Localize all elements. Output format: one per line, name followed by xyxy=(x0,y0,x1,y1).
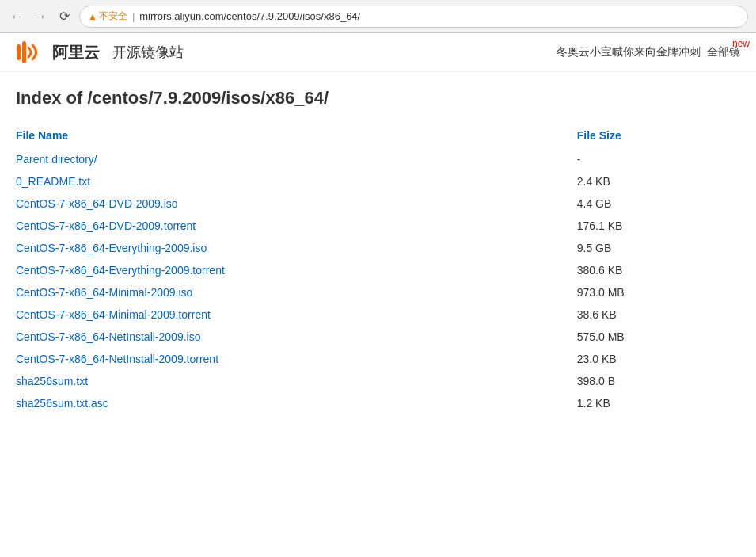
table-row: CentOS-7-x86_64-Minimal-2009.iso973.0 MB xyxy=(16,281,740,303)
header-right: 冬奥云小宝喊你来向金牌冲刺 全部镜 xyxy=(557,45,740,59)
table-row: CentOS-7-x86_64-DVD-2009.torrent176.1 KB xyxy=(16,215,740,237)
file-link[interactable]: sha256sum.txt xyxy=(16,375,88,387)
file-size-cell: 2.4 KB xyxy=(561,170,740,193)
site-name: 开源镜像站 xyxy=(112,43,184,62)
logo-cn-text: 阿里云 xyxy=(52,42,100,63)
table-row: Parent directory/- xyxy=(16,148,740,170)
file-size-cell: 380.6 KB xyxy=(561,259,740,281)
file-link[interactable]: CentOS-7-x86_64-Minimal-2009.iso xyxy=(16,286,192,299)
file-link[interactable]: CentOS-7-x86_64-DVD-2009.iso xyxy=(16,197,178,210)
file-name-cell: CentOS-7-x86_64-Minimal-2009.torrent xyxy=(16,303,561,326)
file-link[interactable]: sha256sum.txt.asc xyxy=(16,397,108,410)
svg-rect-0 xyxy=(17,44,21,60)
svg-rect-1 xyxy=(22,41,26,63)
table-row: sha256sum.txt398.0 B xyxy=(16,370,740,392)
file-link[interactable]: 0_README.txt xyxy=(16,175,90,188)
file-name-cell: Parent directory/ xyxy=(16,148,561,170)
page-title: Index of /centos/7.9.2009/isos/x86_64/ xyxy=(16,88,740,109)
forward-button[interactable]: → xyxy=(32,8,49,25)
table-row: sha256sum.txt.asc1.2 KB xyxy=(16,392,740,414)
site-header: 阿里云 开源镜像站 冬奥云小宝喊你来向金牌冲刺 全部镜 new xyxy=(0,33,756,72)
address-bar[interactable]: ▲ 不安全 | mirrors.aliyun.com/centos/7.9.20… xyxy=(79,6,748,28)
file-size-cell: 4.4 GB xyxy=(561,193,740,215)
file-name-cell: CentOS-7-x86_64-NetInstall-2009.iso xyxy=(16,326,561,348)
table-row: CentOS-7-x86_64-Everything-2009.torrent3… xyxy=(16,259,740,281)
file-link[interactable]: CentOS-7-x86_64-DVD-2009.torrent xyxy=(16,219,196,232)
file-name-cell: CentOS-7-x86_64-DVD-2009.torrent xyxy=(16,215,561,237)
table-header-row: File Name File Size xyxy=(16,124,740,148)
table-row: 0_README.txt2.4 KB xyxy=(16,170,740,193)
file-size-cell: 575.0 MB xyxy=(561,326,740,348)
file-size-cell: 398.0 B xyxy=(561,370,740,392)
file-name-cell: sha256sum.txt.asc xyxy=(16,392,561,414)
url-separator: | xyxy=(132,10,135,22)
file-name-cell: CentOS-7-x86_64-DVD-2009.iso xyxy=(16,193,561,215)
security-label: 不安全 xyxy=(99,10,127,23)
table-row: CentOS-7-x86_64-Everything-2009.iso9.5 G… xyxy=(16,237,740,259)
new-badge: new xyxy=(732,38,750,49)
file-link[interactable]: CentOS-7-x86_64-Everything-2009.iso xyxy=(16,242,207,254)
file-size-cell: 38.6 KB xyxy=(561,303,740,326)
file-link[interactable]: Parent directory/ xyxy=(16,153,97,166)
file-size-cell: 176.1 KB xyxy=(561,215,740,237)
file-name-cell: CentOS-7-x86_64-Minimal-2009.iso xyxy=(16,281,561,303)
file-name-cell: CentOS-7-x86_64-Everything-2009.torrent xyxy=(16,259,561,281)
reload-button[interactable]: ⟳ xyxy=(55,8,73,25)
file-name-cell: CentOS-7-x86_64-NetInstall-2009.torrent xyxy=(16,348,561,370)
file-size-cell: 1.2 KB xyxy=(561,392,740,414)
table-row: CentOS-7-x86_64-Minimal-2009.torrent38.6… xyxy=(16,303,740,326)
file-size-cell: - xyxy=(561,148,740,170)
table-row: CentOS-7-x86_64-NetInstall-2009.torrent2… xyxy=(16,348,740,370)
file-name-cell: CentOS-7-x86_64-Everything-2009.iso xyxy=(16,237,561,259)
file-name-cell: 0_README.txt xyxy=(16,170,561,193)
back-button[interactable]: ← xyxy=(8,8,25,25)
file-link[interactable]: CentOS-7-x86_64-NetInstall-2009.torrent xyxy=(16,353,218,365)
col-filesize: File Size xyxy=(561,124,740,148)
file-table: File Name File Size Parent directory/-0_… xyxy=(16,124,740,414)
promo-text: 冬奥云小宝喊你来向金牌冲刺 xyxy=(557,45,701,59)
file-link[interactable]: CentOS-7-x86_64-Minimal-2009.torrent xyxy=(16,308,211,321)
url-text: mirrors.aliyun.com/centos/7.9.2009/isos/… xyxy=(139,10,360,22)
file-name-cell: sha256sum.txt xyxy=(16,370,561,392)
browser-chrome: ← → ⟳ ▲ 不安全 | mirrors.aliyun.com/centos/… xyxy=(0,0,756,33)
security-warning: ▲ 不安全 xyxy=(88,10,127,23)
table-row: CentOS-7-x86_64-NetInstall-2009.iso575.0… xyxy=(16,326,740,348)
aliyun-logo xyxy=(16,41,44,63)
file-link[interactable]: CentOS-7-x86_64-NetInstall-2009.iso xyxy=(16,330,200,343)
table-row: CentOS-7-x86_64-DVD-2009.iso4.4 GB xyxy=(16,193,740,215)
file-size-cell: 23.0 KB xyxy=(561,348,740,370)
file-size-cell: 973.0 MB xyxy=(561,281,740,303)
main-content: Index of /centos/7.9.2009/isos/x86_64/ F… xyxy=(0,72,756,430)
file-link[interactable]: CentOS-7-x86_64-Everything-2009.torrent xyxy=(16,264,225,277)
logo-area: 阿里云 开源镜像站 xyxy=(16,41,184,63)
col-filename: File Name xyxy=(16,124,561,148)
file-size-cell: 9.5 GB xyxy=(561,237,740,259)
